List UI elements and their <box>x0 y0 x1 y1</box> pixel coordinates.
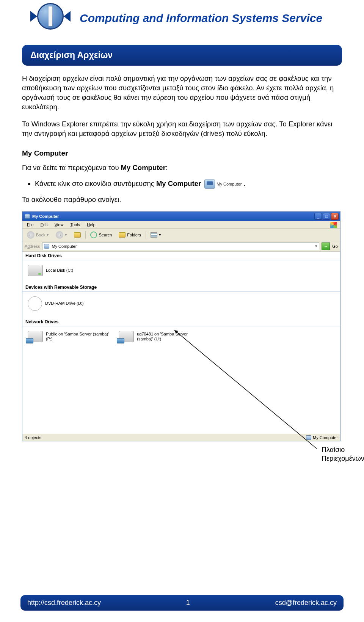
search-icon <box>90 231 97 238</box>
my-computer-window: My Computer _ □ ✕ File Edit View Tools H… <box>22 211 340 441</box>
footer-url: http://csd.frederick.ac.cy <box>27 599 101 607</box>
forward-arrow-icon: → <box>56 231 63 239</box>
drive-network-u[interactable]: ug70431 on 'Samba Server (samba)' (U:) <box>119 331 188 342</box>
minimize-button[interactable]: _ <box>314 213 322 220</box>
after-text: Το ακόλουθο παράθυρο ανοίγει. <box>22 195 342 204</box>
folders-icon <box>119 232 126 238</box>
group-header-hdd: Hard Disk Drives <box>22 252 340 260</box>
drive-label-line2: (P:) <box>46 337 109 342</box>
group-header-network: Network Drives <box>22 318 340 326</box>
folders-label: Folders <box>127 233 141 237</box>
my-computer-shortcut: My Computer <box>204 180 242 189</box>
views-icon <box>151 232 157 238</box>
logo-circle-icon <box>37 3 64 30</box>
back-button[interactable]: ← Back ▾ <box>25 230 51 239</box>
section-heading: My Computer <box>22 149 342 157</box>
intro-bold: My Computer <box>121 164 166 172</box>
separator <box>85 231 86 239</box>
window-title: My Computer <box>32 214 59 219</box>
menu-edit[interactable]: Edit <box>38 222 51 228</box>
drive-label-line1: Public on 'Samba Server (samba)' <box>46 332 109 337</box>
content-pane: Hard Disk Drives Local Disk (C:) Devices… <box>22 252 340 434</box>
drive-dvd-d[interactable]: DVD-RAM Drive (D:) <box>28 296 83 311</box>
banner-title: Διαχείριση Αρχείων <box>22 45 342 66</box>
menu-view[interactable]: View <box>52 222 67 228</box>
header-title: Computing and Information Systems Servic… <box>80 12 322 25</box>
search-button[interactable]: Search <box>88 231 114 239</box>
go-button[interactable]: → <box>322 243 330 250</box>
dropdown-icon: ▾ <box>47 232 49 237</box>
drive-local-c[interactable]: Local Disk (C:) <box>28 265 73 276</box>
separator <box>146 231 146 239</box>
page-footer: http://csd.frederick.ac.cy 1 csd@frederi… <box>20 595 344 611</box>
dropdown-icon[interactable]: ▾ <box>315 244 317 249</box>
folder-up-icon <box>74 232 81 238</box>
dropdown-icon: ▾ <box>159 232 161 237</box>
drive-label: DVD-RAM Drive (D:) <box>45 301 83 306</box>
back-arrow-icon: ← <box>27 231 35 239</box>
menubar: File Edit View Tools Help <box>22 221 340 229</box>
intro-pre: Για να δείτε τα περιεχόμενα του <box>22 164 121 172</box>
chevron-right-icon <box>64 11 71 22</box>
my-computer-icon <box>306 435 311 440</box>
hard-drive-icon <box>28 265 43 276</box>
status-object-count: 4 objects <box>25 435 41 440</box>
address-input[interactable]: My Computer ▾ <box>42 243 319 250</box>
drive-network-p[interactable]: Public on 'Samba Server (samba)' (P:) <box>28 331 109 342</box>
footer-page: 1 <box>186 599 190 607</box>
callout-label: Πλαίσιο Περιεχομένων <box>322 446 364 463</box>
paragraph-1: Η διαχείριση αρχείων είναι πολύ σημαντικ… <box>22 74 342 112</box>
my-computer-icon <box>44 244 49 249</box>
footer-email: csd@frederick.ac.cy <box>275 599 337 607</box>
network-drive-icon <box>119 331 134 342</box>
network-drive-icon <box>28 331 43 342</box>
back-label: Back <box>36 233 45 237</box>
drive-label: Local Disk (C:) <box>46 268 73 273</box>
folders-button[interactable]: Folders <box>116 231 143 238</box>
bullet-bold: My Computer <box>156 180 201 187</box>
section-intro: Για να δείτε τα περιεχόμενα του My Compu… <box>22 164 342 172</box>
windows-flag-icon <box>330 222 337 228</box>
maximize-button[interactable]: □ <box>323 213 330 220</box>
toolbar: ← Back ▾ → ▾ Search Folders <box>22 229 340 241</box>
status-location: My Computer <box>313 435 338 440</box>
page-header: Computing and Information Systems Servic… <box>0 0 364 30</box>
callout-line2: Περιεχομένων <box>322 454 364 463</box>
views-button[interactable]: ▾ <box>148 231 163 238</box>
up-button[interactable] <box>72 231 83 238</box>
go-label: Go <box>332 244 338 249</box>
list-item: Κάνετε κλικ στο εικονίδιο συντόμευσης My… <box>35 180 342 189</box>
close-button[interactable]: ✕ <box>331 213 339 220</box>
group-header-removable: Devices with Removable Storage <box>22 283 340 292</box>
search-label: Search <box>99 233 112 237</box>
logo <box>30 3 71 30</box>
my-computer-icon <box>204 180 215 189</box>
titlebar[interactable]: My Computer _ □ ✕ <box>22 212 340 221</box>
address-value: My Computer <box>52 244 77 249</box>
bullet-list: Κάνετε κλικ στο εικονίδιο συντόμευσης My… <box>35 180 342 189</box>
paragraph-2: Το Windows Explorer επιτρέπει την εύκολη… <box>22 120 342 139</box>
drive-label-line1: ug70431 on 'Samba Server <box>137 332 188 337</box>
shortcut-label: My Computer <box>217 182 242 186</box>
callout-line1: Πλαίσιο <box>322 446 364 454</box>
window-icon <box>25 214 30 219</box>
address-bar: Address My Computer ▾ → Go <box>22 241 340 252</box>
intro-post: : <box>166 164 168 172</box>
address-label: Address <box>25 244 40 249</box>
chevron-left-icon <box>30 11 37 22</box>
dropdown-icon: ▾ <box>65 232 67 237</box>
dvd-drive-icon <box>28 296 42 311</box>
bullet-pre: Κάνετε κλικ στο εικονίδιο συντόμευσης <box>35 180 156 187</box>
menu-help[interactable]: Help <box>84 222 99 228</box>
forward-button[interactable]: → ▾ <box>53 230 69 239</box>
drive-label-line2: (samba)' (U:) <box>137 337 188 342</box>
menu-tools[interactable]: Tools <box>67 222 83 228</box>
status-bar: 4 objects My Computer <box>22 434 340 441</box>
menu-file[interactable]: File <box>24 222 37 228</box>
